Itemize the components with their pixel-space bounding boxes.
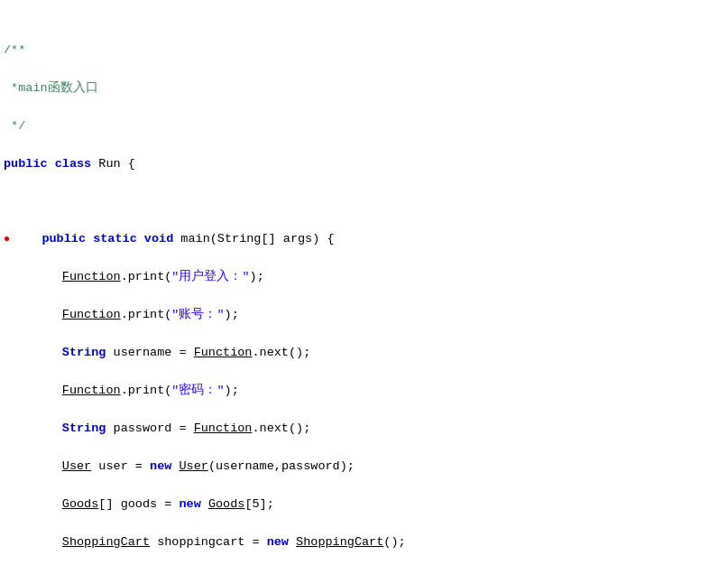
code-text: Function.print("用户登入："); xyxy=(4,268,264,287)
line-4: public class Run { xyxy=(0,155,728,174)
code-text: Function.print("账号："); xyxy=(4,306,239,325)
line-8: Function.print("账号："); xyxy=(0,306,728,325)
line-2: *main函数入口 xyxy=(0,79,728,98)
line-3: */ xyxy=(0,117,728,136)
line-10: Function.print("密码："); xyxy=(0,382,728,401)
code-text: /** xyxy=(4,42,25,60)
line-12: User user = new User(username,password); xyxy=(0,458,728,477)
line-9: String username = Function.next(); xyxy=(0,344,728,363)
code-text xyxy=(4,193,11,212)
line-13: Goods[] goods = new Goods[5]; xyxy=(0,496,728,514)
code-text: public class Run { xyxy=(4,155,135,174)
line-1: /** xyxy=(0,42,728,60)
code-text: */ xyxy=(4,117,25,136)
code-text: User user = new User(username,password); xyxy=(4,458,355,477)
code-editor: /** *main函数入口 */ public class Run { ● pu… xyxy=(0,0,728,565)
breakpoint-marker: ● xyxy=(4,231,13,248)
line-7: Function.print("用户登入："); xyxy=(0,268,728,287)
code-text: Function.print("密码："); xyxy=(4,382,239,401)
line-6: ● public static void main(String[] args)… xyxy=(0,230,728,249)
code-text: ShoppingCart shoppingcart = new Shopping… xyxy=(4,533,406,552)
line-14: ShoppingCart shoppingcart = new Shopping… xyxy=(0,533,728,552)
code-text: *main函数入口 xyxy=(4,79,98,98)
code-text: String username = Function.next(); xyxy=(4,344,310,363)
code-text: Goods[] goods = new Goods[5]; xyxy=(4,496,274,514)
line-5 xyxy=(0,193,728,212)
code-text: public static void main(String[] args) { xyxy=(13,230,335,249)
code-text: String password = Function.next(); xyxy=(4,420,310,439)
line-11: String password = Function.next(); xyxy=(0,420,728,439)
